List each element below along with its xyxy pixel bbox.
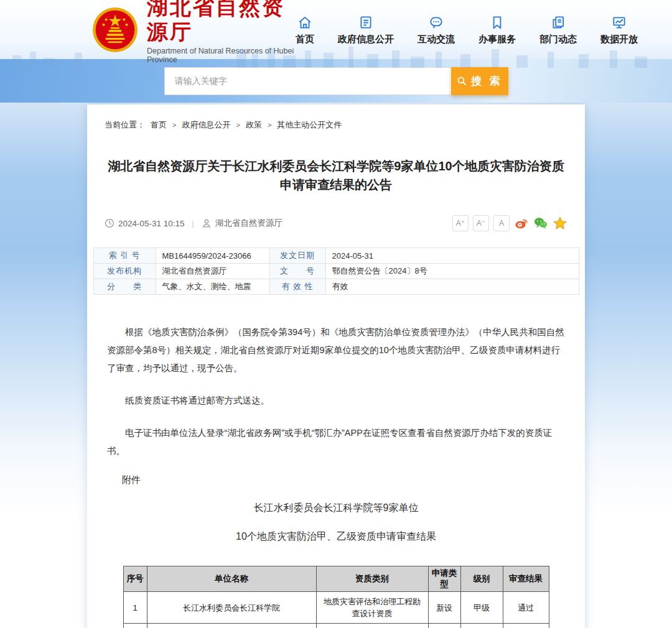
bookmark-icon [489, 14, 505, 30]
breadcrumb-separator: > [268, 121, 271, 129]
nav-item-services[interactable]: 办事服务 [478, 14, 516, 45]
chat-bubble-icon [428, 14, 444, 30]
font-size-increase-button[interactable]: A⁺ [452, 215, 469, 231]
pages-icon [550, 14, 566, 30]
table-row: 2 武汉华中岩土工程有限责任公司 地质灾害治理工程施工资质 新设 乙级 通过 [123, 624, 549, 628]
monitor-chart-icon [611, 14, 627, 30]
nav-label: 互动交流 [418, 34, 455, 45]
page-title: 湖北省自然资源厅关于长江水利委员会长江科学院等9家单位10个地质灾害防治资质申请… [106, 157, 566, 194]
body-paragraph: 电子证书由单位法人登录“湖北省政务网”或手机“鄂汇办”APP在证照专区查看省自然… [107, 424, 565, 460]
breadcrumb-item-home[interactable]: 首页 [151, 119, 167, 131]
site-brand[interactable]: 湖北省自然资源厅 Department of Natural Resources… [92, 0, 296, 64]
body-paragraph: 根据《地质灾害防治条例》（国务院令第394号）和《地质灾害防治单位资质管理办法》… [107, 323, 565, 377]
article-panel: 当前位置： 首页 > 政府信息公开 > 政策 > 其他主动公开文件 湖北省自然资… [87, 104, 585, 628]
article-toolbar: A⁺ A⁻ A [452, 215, 567, 231]
breadcrumb-separator: > [236, 121, 240, 129]
attachment-title-line2: 10个地质灾害防治甲、乙级资质申请审查结果 [87, 530, 585, 543]
attachment-title-line1: 长江水利委员会长江科学院等9家单位 [87, 502, 585, 515]
article-meta-line: 2024-05-31 10:15 | 湖北省自然资源厅 A⁺ A⁻ A [105, 215, 567, 231]
nav-item-home[interactable]: 首页 [296, 14, 314, 45]
nav-label: 首页 [296, 34, 314, 45]
meta-value-issue-date: 2024-05-31 [325, 248, 579, 264]
search-input[interactable] [164, 67, 451, 95]
nav-item-interaction[interactable]: 互动交流 [418, 14, 455, 45]
meta-value-validity: 有效 [325, 279, 579, 295]
breadcrumb: 当前位置： 首页 > 政府信息公开 > 政策 > 其他主动公开文件 [105, 119, 567, 131]
cell-seq: 1 [123, 592, 147, 624]
attachment-label: 附件 [122, 474, 585, 486]
search-button-label: 搜 索 [471, 74, 503, 88]
nav-label: 办事服务 [478, 34, 516, 45]
cell-application-type: 新设 [428, 592, 460, 624]
search-box: 搜 索 [164, 67, 508, 95]
cell-unit-name: 长江水利委员会长江科学院 [147, 592, 316, 624]
site-title: 湖北省自然资源厅 [147, 0, 296, 44]
search-button[interactable]: 搜 索 [451, 67, 508, 95]
nav-label: 部门动态 [539, 34, 577, 45]
national-emblem-logo [92, 7, 138, 53]
meta-label-issue-date: 发文日期 [269, 248, 325, 264]
qualification-result-table: 序号 单位名称 资质类别 申请类型 级别 审查结果 1 长江水利委员会长江科学院… [123, 566, 550, 628]
meta-value-category: 气象、水文、测绘、地震 [156, 279, 269, 295]
cell-seq: 2 [123, 624, 147, 628]
wechat-share-icon[interactable] [533, 216, 548, 231]
meta-label-category: 分 类 [93, 279, 156, 295]
col-header-unit-name: 单位名称 [147, 566, 316, 592]
meta-label-validity: 有 效 性 [269, 279, 325, 295]
nav-label: 政府信息公开 [338, 34, 394, 45]
meta-value-index-number: MB1644959/2024-23066 [156, 248, 269, 264]
breadcrumb-item-gov-info[interactable]: 政府信息公开 [182, 119, 230, 131]
home-icon [297, 14, 313, 30]
weibo-share-icon[interactable] [514, 216, 529, 231]
col-header-seq: 序号 [123, 566, 147, 592]
meta-divider: | [192, 219, 195, 228]
source-icon [202, 218, 212, 228]
meta-label-doc-number: 文 号 [269, 264, 325, 279]
cell-review-result: 通过 [503, 592, 549, 624]
nav-label: 数据开放 [600, 34, 638, 45]
font-size-reset-button[interactable]: A [493, 215, 510, 231]
font-size-decrease-button[interactable]: A⁻ [473, 215, 489, 231]
meta-value-issuing-agency: 湖北省自然资源厅 [156, 264, 269, 279]
col-header-review-result: 审查结果 [503, 566, 549, 592]
document-metadata-table: 索 引 号 MB1644959/2024-23066 发文日期 2024-05-… [93, 247, 579, 295]
article-source: 湖北省自然资源厅 [215, 218, 282, 229]
favorite-star-icon[interactable] [553, 216, 567, 231]
article-body: 根据《地质灾害防治条例》（国务院令第394号）和《地质灾害防治单位资质管理办法》… [107, 323, 565, 460]
cell-unit-name: 武汉华中岩土工程有限责任公司 [147, 624, 316, 628]
publish-time: 2024-05-31 10:15 [118, 219, 185, 228]
table-row: 1 长江水利委员会长江科学院 地质灾害评估和治理工程勘查设计资质 新设 甲级 通… [123, 592, 549, 624]
nav-item-department-news[interactable]: 部门动态 [539, 14, 577, 45]
breadcrumb-prefix: 当前位置： [105, 119, 145, 131]
breadcrumb-separator: > [172, 121, 176, 129]
cell-grade: 甲级 [460, 592, 503, 624]
cell-qualification-type: 地质灾害治理工程施工资质 [316, 624, 428, 628]
breadcrumb-item-other-public-docs[interactable]: 其他主动公开文件 [277, 119, 342, 131]
table-row: 发布机构 湖北省自然资源厅 文 号 鄂自然资公告〔2024〕8号 [93, 264, 579, 279]
cell-grade: 乙级 [460, 624, 503, 628]
table-row: 分 类 气象、水文、测绘、地震 有 效 性 有效 [93, 279, 579, 295]
nav-item-gov-info[interactable]: 政府信息公开 [338, 14, 394, 45]
meta-label-issuing-agency: 发布机构 [93, 264, 156, 279]
cell-application-type: 新设 [428, 624, 460, 628]
col-header-application-type: 申请类型 [428, 566, 460, 592]
search-icon [456, 75, 467, 86]
col-header-qualification-type: 资质类别 [316, 566, 428, 592]
top-navigation: 首页 政府信息公开 互动交流 办事服务 部门动态 数据开放 [296, 14, 638, 45]
clock-icon [105, 218, 114, 228]
site-header: 湖北省自然资源厅 Department of Natural Resources… [0, 0, 672, 59]
body-paragraph: 纸质资质证书将通过邮寄方式送达。 [107, 392, 565, 410]
meta-label-index-number: 索 引 号 [93, 248, 156, 264]
cell-review-result: 通过 [503, 624, 549, 628]
search-banner: 搜 索 [0, 59, 672, 103]
table-row: 索 引 号 MB1644959/2024-23066 发文日期 2024-05-… [93, 248, 579, 264]
col-header-grade: 级别 [460, 566, 503, 592]
site-subtitle: Department of Natural Resources of Hubei… [147, 47, 296, 64]
table-header-row: 序号 单位名称 资质类别 申请类型 级别 审查结果 [123, 566, 549, 592]
meta-value-doc-number: 鄂自然资公告〔2024〕8号 [325, 264, 579, 279]
cell-qualification-type: 地质灾害评估和治理工程勘查设计资质 [316, 592, 428, 624]
breadcrumb-item-policy[interactable]: 政策 [246, 119, 262, 131]
document-icon [358, 14, 374, 30]
nav-item-open-data[interactable]: 数据开放 [600, 14, 638, 45]
